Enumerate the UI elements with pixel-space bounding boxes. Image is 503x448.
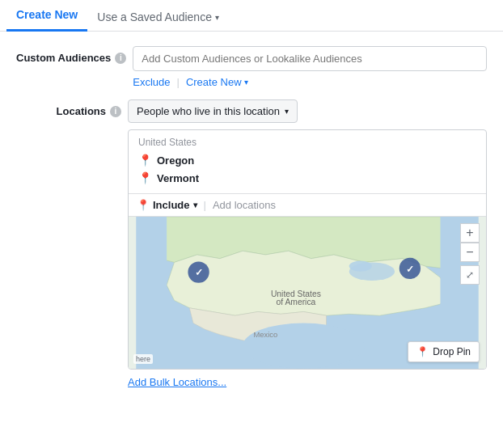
custom-audiences-content: Exclude | Create New ▾ bbox=[133, 46, 487, 88]
add-bulk-locations-link[interactable]: Add Bulk Locations... bbox=[128, 376, 487, 388]
locations-info-icon[interactable]: i bbox=[110, 106, 121, 117]
locations-text: Locations bbox=[57, 105, 106, 117]
svg-text:of America: of America bbox=[277, 298, 316, 306]
svg-text:✓: ✓ bbox=[406, 264, 414, 275]
location-list: United States 📍 Oregon 📍 Vermont bbox=[129, 130, 486, 194]
pin-icon-oregon: 📍 bbox=[138, 154, 152, 167]
svg-rect-3 bbox=[137, 217, 167, 369]
location-name-vermont: Vermont bbox=[157, 172, 199, 184]
form-area: Custom Audiences i Exclude | Create New … bbox=[0, 32, 503, 408]
locations-row: Locations i People who live in this loca… bbox=[16, 99, 487, 388]
here-watermark: here bbox=[133, 354, 153, 364]
map-controls: + − ⤢ bbox=[460, 223, 480, 285]
zoom-in-button[interactable]: + bbox=[460, 223, 480, 243]
chevron-down-icon: ▾ bbox=[215, 13, 219, 22]
include-chevron-icon: ▾ bbox=[193, 201, 197, 209]
exclude-button[interactable]: Exclude bbox=[133, 76, 170, 88]
include-bar: 📍 Include ▾ | Add locations bbox=[129, 194, 486, 217]
map-container[interactable]: United States of America Mexico ✓ ✓ + bbox=[129, 217, 486, 369]
include-separator: | bbox=[204, 199, 206, 211]
svg-text:✓: ✓ bbox=[195, 267, 203, 278]
svg-text:United States: United States bbox=[271, 290, 321, 298]
drop-pin-label: Drop Pin bbox=[433, 346, 471, 357]
add-locations-placeholder[interactable]: Add locations bbox=[213, 199, 276, 211]
pin-icon-vermont: 📍 bbox=[138, 171, 152, 184]
list-item[interactable]: 📍 Vermont bbox=[138, 169, 476, 187]
include-label: Include bbox=[153, 199, 190, 211]
location-name-oregon: Oregon bbox=[157, 154, 194, 167]
drop-pin-button[interactable]: 📍 Drop Pin bbox=[408, 341, 480, 362]
location-country: United States bbox=[138, 137, 476, 148]
tab-use-saved[interactable]: Use a Saved Audience ▾ bbox=[87, 2, 229, 32]
drop-pin-icon: 📍 bbox=[416, 346, 429, 357]
list-item[interactable]: 📍 Oregon bbox=[138, 151, 476, 169]
svg-text:Mexico: Mexico bbox=[253, 330, 277, 339]
custom-audiences-label: Custom Audiences i bbox=[16, 46, 126, 64]
audiences-actions: Exclude | Create New ▾ bbox=[133, 76, 487, 88]
create-new-label: Create New bbox=[186, 76, 242, 88]
locations-content: People who live in this location ▾ Unite… bbox=[128, 99, 487, 388]
create-new-chevron-icon: ▾ bbox=[244, 78, 248, 87]
action-separator: | bbox=[177, 76, 180, 88]
custom-audiences-input[interactable] bbox=[133, 46, 487, 71]
include-dropdown-button[interactable]: 📍 Include ▾ bbox=[137, 199, 197, 211]
expand-button[interactable]: ⤢ bbox=[460, 265, 480, 285]
custom-audiences-row: Custom Audiences i Exclude | Create New … bbox=[16, 46, 487, 88]
pin-icon-include: 📍 bbox=[137, 199, 150, 211]
zoom-out-button[interactable]: − bbox=[460, 243, 480, 262]
location-filter-text: People who live in this location bbox=[137, 105, 280, 117]
svg-point-2 bbox=[349, 261, 372, 272]
tab-create-new[interactable]: Create New bbox=[6, 0, 87, 32]
location-box: United States 📍 Oregon 📍 Vermont 📍 Inclu… bbox=[128, 129, 487, 370]
custom-audiences-info-icon[interactable]: i bbox=[115, 53, 126, 64]
location-filter-chevron-icon: ▾ bbox=[285, 107, 289, 116]
tab-bar: Create New Use a Saved Audience ▾ bbox=[0, 0, 503, 32]
locations-label: Locations i bbox=[16, 99, 121, 117]
create-new-button[interactable]: Create New ▾ bbox=[186, 76, 248, 88]
location-filter-dropdown[interactable]: People who live in this location ▾ bbox=[128, 99, 298, 123]
use-saved-label: Use a Saved Audience bbox=[97, 11, 212, 23]
custom-audiences-text: Custom Audiences bbox=[16, 52, 111, 64]
